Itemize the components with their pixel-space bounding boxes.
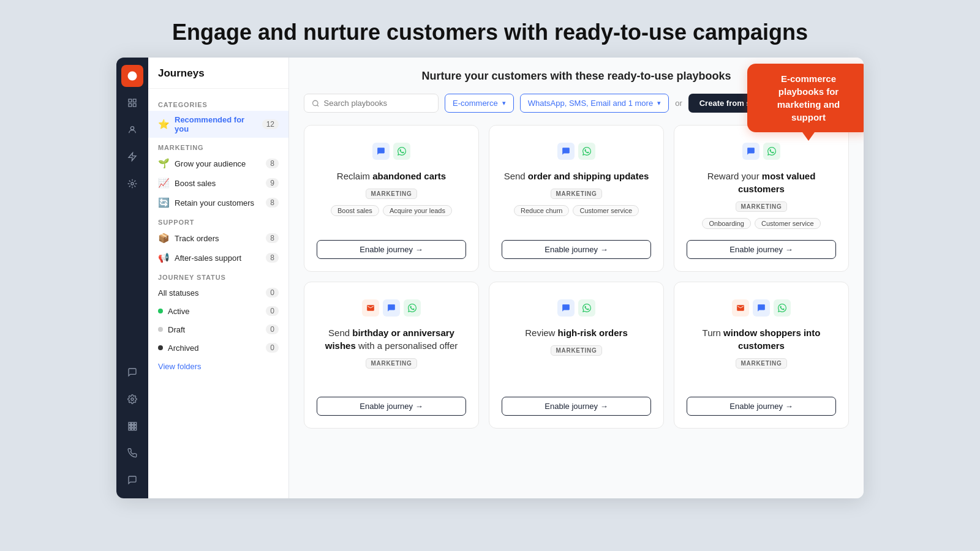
nav-count-boost: 9 [266,178,279,188]
card-title-2: Send order and shipping updates [504,170,649,182]
card-icons-5 [557,299,595,317]
chevron-down-icon-2: ▾ [657,99,661,107]
svg-point-5 [130,127,134,130]
nav-item-track-orders[interactable]: 📦 Track orders 8 [148,228,288,248]
marketing-section-title: Marketing [148,138,288,154]
svg-point-18 [313,100,318,105]
tooltip-bubble: E-commerce playbooks for marketing and s… [747,64,864,132]
svg-rect-14 [134,425,136,427]
sidebar-icon-inbox[interactable] [121,361,143,383]
after-sales-icon: 📢 [158,252,170,263]
enable-journey-btn-4[interactable]: Enable journey → [317,397,466,416]
sidebar-icon-journeys[interactable] [121,146,143,168]
status-all-count: 0 [266,288,279,298]
sms-icon-badge-5 [557,299,575,317]
sidebar-icon-chat[interactable] [121,469,143,491]
svg-rect-15 [129,428,130,430]
sidebar-icon-automations[interactable] [121,173,143,195]
card-title-4: Send birthday or anniversary wishes with… [317,326,466,352]
enable-journey-btn-3[interactable]: Enable journey → [687,240,836,259]
svg-point-0 [128,72,137,81]
ecommerce-filter-dropdown[interactable]: E-commerce ▾ [445,94,514,113]
boost-icon: 📈 [158,178,170,189]
status-archived-label: Archived [168,343,261,353]
star-icon: ⭐ [158,119,170,130]
card-order-updates: Send order and shipping updates MARKETIN… [489,125,664,272]
channel-filter-dropdown[interactable]: WhatsApp, SMS, Email and 1 more ▾ [520,94,669,113]
card-reward-customers: Reward your most valued customers MARKET… [674,125,849,272]
search-input[interactable] [324,99,431,108]
card-icons-1 [372,143,410,160]
svg-rect-1 [129,99,132,102]
search-box[interactable] [304,94,439,113]
nav-count-retain: 8 [266,198,279,208]
sidebar-icon-contacts[interactable] [121,119,143,141]
card-icons-2 [557,143,595,160]
svg-marker-6 [129,152,136,160]
track-icon: 📦 [158,233,170,244]
card-title-6: Turn window shoppers into customers [687,326,836,352]
card-tags-1: Boost sales Acquire your leads [331,205,452,216]
cards-grid: Reclaim abandoned carts MARKETING Boost … [304,125,849,429]
card-badge-2: MARKETING [551,189,603,199]
sidebar-icon-phone[interactable] [121,442,143,464]
svg-point-8 [131,398,134,400]
nav-label-retain: Retain your customers [175,198,261,208]
sms-icon-badge [372,143,390,160]
enable-journey-btn-2[interactable]: Enable journey → [502,240,651,259]
status-archived[interactable]: Archived 0 [148,339,288,357]
svg-rect-17 [134,428,136,430]
sidebar-icon-apps[interactable] [121,415,143,437]
nav-item-recommended[interactable]: ⭐ Recommended for you 12 [148,111,288,138]
status-all[interactable]: All statuses 0 [148,283,288,302]
nav-item-retain[interactable]: 🔄 Retain your customers 8 [148,193,288,212]
email-icon-badge-4 [362,299,379,317]
svg-rect-2 [133,99,136,102]
nav-label-after-sales: After-sales support [175,253,261,263]
email-icon-badge-6 [732,299,749,317]
card-title-1: Reclaim abandoned carts [337,170,446,182]
status-archived-count: 0 [266,343,279,353]
svg-rect-10 [132,422,134,424]
whatsapp-icon-badge-2 [578,143,595,160]
journey-status-title: Journey status [148,268,288,283]
nav-item-grow-audience[interactable]: 🌱 Grow your audience 8 [148,154,288,173]
whatsapp-icon-badge-6 [774,299,791,317]
card-icons-3 [742,143,780,160]
enable-journey-btn-1[interactable]: Enable journey → [317,240,466,259]
sidebar-icon-broadcast[interactable] [121,65,143,87]
support-section-title: Support [148,212,288,228]
grow-icon: 🌱 [158,158,170,169]
tag-onboarding: Onboarding [702,218,751,229]
card-icons-4 [362,299,421,317]
status-draft[interactable]: Draft 0 [148,320,288,339]
sms-icon-badge-2 [557,143,575,160]
svg-point-7 [131,182,134,185]
panel-header: Journeys [148,67,288,89]
tag-reduce-churn: Reduce churn [514,205,570,216]
enable-journey-btn-6[interactable]: Enable journey → [687,397,836,416]
tag-acquire-leads: Acquire your leads [383,205,452,216]
nav-label-grow: Grow your audience [175,159,261,168]
card-abandoned-carts: Reclaim abandoned carts MARKETING Boost … [304,125,479,272]
card-icons-6 [732,299,791,317]
left-panel: Journeys Categories ⭐ Recommended for yo… [148,58,289,498]
sidebar-icon-analytics[interactable] [121,92,143,114]
nav-count-track: 8 [266,233,279,243]
card-title-5: Review high-risk orders [525,326,628,339]
whatsapp-icon-badge-5 [578,299,595,317]
ecommerce-filter-label: E-commerce [453,99,498,108]
page-heading: Engage and nurture customers with ready-… [172,20,808,45]
status-active[interactable]: Active 0 [148,302,288,320]
sidebar-icon-settings[interactable] [121,388,143,410]
view-folders-link[interactable]: View folders [148,357,288,376]
card-badge-4: MARKETING [366,358,418,369]
tag-boost-sales: Boost sales [331,205,379,216]
enable-journey-btn-5[interactable]: Enable journey → [502,397,651,416]
active-dot [158,309,163,313]
svg-rect-16 [132,428,134,430]
nav-item-after-sales[interactable]: 📢 After-sales support 8 [148,248,288,268]
nav-item-boost-sales[interactable]: 📈 Boost sales 9 [148,173,288,193]
whatsapp-icon-badge-4 [404,299,421,317]
card-badge-1: MARKETING [366,189,418,199]
